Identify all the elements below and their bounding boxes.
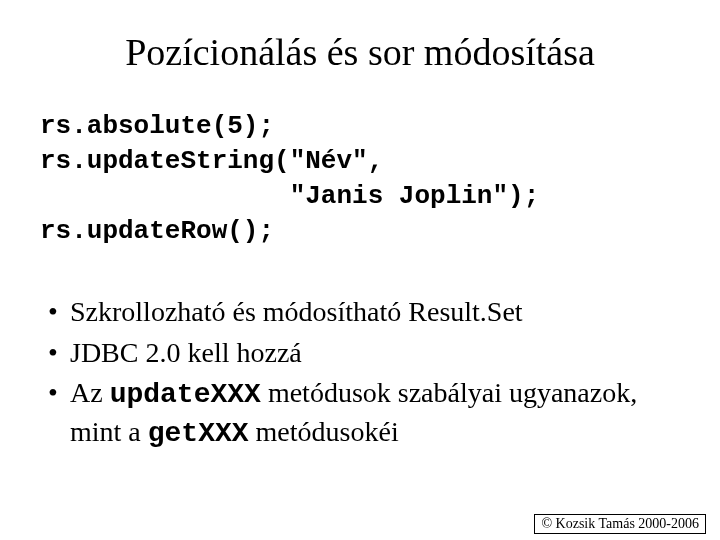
code-block: rs.absolute(5); rs.updateString("Név", "… bbox=[40, 109, 680, 249]
inline-code: getXXX bbox=[148, 418, 249, 449]
code-line: rs.updateRow(); bbox=[40, 216, 274, 246]
bullet-list: Szkrollozható és módosítható Result.Set … bbox=[40, 294, 680, 452]
code-line: rs.absolute(5); bbox=[40, 111, 274, 141]
code-line: "Janis Joplin"); bbox=[40, 181, 539, 211]
text: metódusokéi bbox=[249, 416, 399, 447]
slide: Pozícionálás és sor módosítása rs.absolu… bbox=[0, 0, 720, 540]
footer-copyright: © Kozsik Tamás 2000-2006 bbox=[534, 514, 706, 534]
inline-code: updateXXX bbox=[110, 379, 261, 410]
bullet-item: Szkrollozható és módosítható Result.Set bbox=[48, 294, 680, 330]
bullet-item: Az updateXXX metódusok szabályai ugyanaz… bbox=[48, 375, 680, 452]
code-line: rs.updateString("Név", bbox=[40, 146, 383, 176]
text: Az bbox=[70, 377, 110, 408]
bullet-item: JDBC 2.0 kell hozzá bbox=[48, 335, 680, 371]
slide-title: Pozícionálás és sor módosítása bbox=[40, 30, 680, 74]
